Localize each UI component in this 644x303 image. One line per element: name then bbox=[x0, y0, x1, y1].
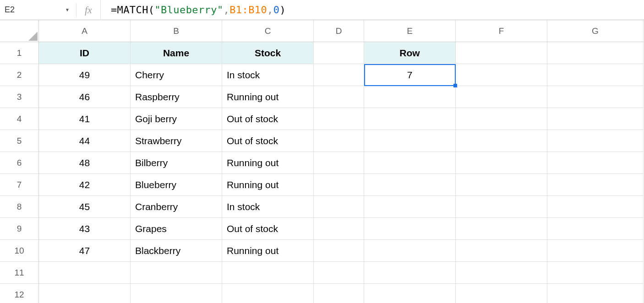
cell-B3[interactable]: Raspberry bbox=[131, 86, 222, 108]
cell-D9[interactable] bbox=[314, 218, 364, 240]
cell-A7[interactable]: 42 bbox=[39, 174, 131, 196]
cell-F8[interactable] bbox=[456, 196, 547, 218]
cell-G10[interactable] bbox=[547, 240, 644, 262]
row-header[interactable]: 1 bbox=[0, 42, 39, 64]
cell-E5[interactable] bbox=[364, 130, 456, 152]
cell-A12[interactable] bbox=[39, 284, 131, 303]
cell-F9[interactable] bbox=[456, 218, 547, 240]
cell-F5[interactable] bbox=[456, 130, 547, 152]
cell-D7[interactable] bbox=[314, 174, 364, 196]
cell-C5[interactable]: Out of stock bbox=[222, 130, 314, 152]
row-header[interactable]: 7 bbox=[0, 174, 39, 196]
cell-B6[interactable]: Bilberry bbox=[131, 152, 222, 174]
cell-E7[interactable] bbox=[364, 174, 456, 196]
cell-C6[interactable]: Running out bbox=[222, 152, 314, 174]
row-header[interactable]: 12 bbox=[0, 284, 39, 303]
fx-icon[interactable]: fx bbox=[79, 4, 100, 16]
cell-D3[interactable] bbox=[314, 86, 364, 108]
column-header[interactable]: B bbox=[131, 20, 222, 42]
formula-input[interactable]: =MATCH("Blueberry",B1:B10,0) bbox=[101, 4, 286, 16]
cell-A4[interactable]: 41 bbox=[39, 108, 131, 130]
cell-E2[interactable]: 7 bbox=[364, 64, 456, 86]
cell-D11[interactable] bbox=[314, 262, 364, 284]
cell-E3[interactable] bbox=[364, 86, 456, 108]
cell-A8[interactable]: 45 bbox=[39, 196, 131, 218]
cell-A5[interactable]: 44 bbox=[39, 130, 131, 152]
cell-A6[interactable]: 48 bbox=[39, 152, 131, 174]
cell-E4[interactable] bbox=[364, 108, 456, 130]
cell-A9[interactable]: 43 bbox=[39, 218, 131, 240]
cell-A1[interactable]: ID bbox=[39, 42, 131, 64]
row-header[interactable]: 9 bbox=[0, 218, 39, 240]
row-header[interactable]: 2 bbox=[0, 64, 39, 86]
cell-F2[interactable] bbox=[456, 64, 547, 86]
cell-G9[interactable] bbox=[547, 218, 644, 240]
cell-C3[interactable]: Running out bbox=[222, 86, 314, 108]
cell-F1[interactable] bbox=[456, 42, 547, 64]
column-header[interactable]: E bbox=[364, 20, 456, 42]
cell-E12[interactable] bbox=[364, 284, 456, 303]
cell-F12[interactable] bbox=[456, 284, 547, 303]
cell-F3[interactable] bbox=[456, 86, 547, 108]
cell-F11[interactable] bbox=[456, 262, 547, 284]
cell-C12[interactable] bbox=[222, 284, 314, 303]
cell-B12[interactable] bbox=[131, 284, 222, 303]
cell-F4[interactable] bbox=[456, 108, 547, 130]
cell-F10[interactable] bbox=[456, 240, 547, 262]
cell-G7[interactable] bbox=[547, 174, 644, 196]
row-header[interactable]: 6 bbox=[0, 152, 39, 174]
cell-G5[interactable] bbox=[547, 130, 644, 152]
cell-A10[interactable]: 47 bbox=[39, 240, 131, 262]
cell-G4[interactable] bbox=[547, 108, 644, 130]
cell-B2[interactable]: Cherry bbox=[131, 64, 222, 86]
cell-A11[interactable] bbox=[39, 262, 131, 284]
cell-G11[interactable] bbox=[547, 262, 644, 284]
cell-A2[interactable]: 49 bbox=[39, 64, 131, 86]
cell-B7[interactable]: Blueberry bbox=[131, 174, 222, 196]
row-header[interactable]: 11 bbox=[0, 262, 39, 284]
cell-E6[interactable] bbox=[364, 152, 456, 174]
cell-E10[interactable] bbox=[364, 240, 456, 262]
column-header[interactable]: C bbox=[222, 20, 314, 42]
row-header[interactable]: 10 bbox=[0, 240, 39, 262]
cell-E8[interactable] bbox=[364, 196, 456, 218]
cell-D10[interactable] bbox=[314, 240, 364, 262]
row-header[interactable]: 8 bbox=[0, 196, 39, 218]
cell-D5[interactable] bbox=[314, 130, 364, 152]
column-header[interactable]: F bbox=[456, 20, 547, 42]
cell-A3[interactable]: 46 bbox=[39, 86, 131, 108]
cell-G2[interactable] bbox=[547, 64, 644, 86]
name-box[interactable]: E2 ▼ bbox=[0, 0, 73, 20]
select-all-corner[interactable] bbox=[0, 20, 39, 42]
cell-C4[interactable]: Out of stock bbox=[222, 108, 314, 130]
cell-C8[interactable]: In stock bbox=[222, 196, 314, 218]
cell-B9[interactable]: Grapes bbox=[131, 218, 222, 240]
cell-C2[interactable]: In stock bbox=[222, 64, 314, 86]
cell-E11[interactable] bbox=[364, 262, 456, 284]
cell-B10[interactable]: Blackberry bbox=[131, 240, 222, 262]
cell-F6[interactable] bbox=[456, 152, 547, 174]
column-header[interactable]: G bbox=[547, 20, 644, 42]
cell-D8[interactable] bbox=[314, 196, 364, 218]
cell-C10[interactable]: Running out bbox=[222, 240, 314, 262]
cell-G3[interactable] bbox=[547, 86, 644, 108]
cell-G8[interactable] bbox=[547, 196, 644, 218]
cell-D12[interactable] bbox=[314, 284, 364, 303]
cell-G1[interactable] bbox=[547, 42, 644, 64]
cell-C11[interactable] bbox=[222, 262, 314, 284]
row-header[interactable]: 4 bbox=[0, 108, 39, 130]
row-header[interactable]: 3 bbox=[0, 86, 39, 108]
dropdown-icon[interactable]: ▼ bbox=[65, 7, 70, 12]
cell-B8[interactable]: Cranberry bbox=[131, 196, 222, 218]
cell-C1[interactable]: Stock bbox=[222, 42, 314, 64]
cell-B5[interactable]: Strawberry bbox=[131, 130, 222, 152]
cell-F7[interactable] bbox=[456, 174, 547, 196]
cell-D1[interactable] bbox=[314, 42, 364, 64]
cell-G6[interactable] bbox=[547, 152, 644, 174]
cell-B1[interactable]: Name bbox=[131, 42, 222, 64]
column-header[interactable]: D bbox=[314, 20, 364, 42]
cell-E9[interactable] bbox=[364, 218, 456, 240]
cell-E1[interactable]: Row bbox=[364, 42, 456, 64]
cell-D2[interactable] bbox=[314, 64, 364, 86]
cell-B11[interactable] bbox=[131, 262, 222, 284]
